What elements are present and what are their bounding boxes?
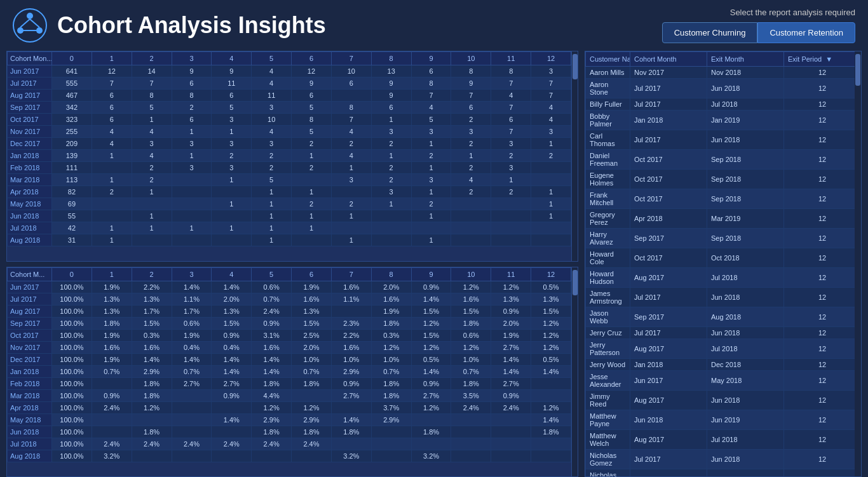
- right-cell-19-0: Matthew Payne: [586, 410, 630, 430]
- cell-9-13: [531, 389, 571, 401]
- cell-6-11: 1.0%: [451, 353, 491, 365]
- right-cell-2-1: Jul 2017: [630, 98, 707, 111]
- cell-1-2: 1.3%: [92, 293, 132, 305]
- top-table-scrollbar-thumb[interactable]: [573, 54, 578, 79]
- cell-2-5: 1.3%: [212, 305, 252, 317]
- cell-2-2: 1.3%: [92, 305, 132, 317]
- cell-2-0: Aug 2017: [8, 305, 52, 317]
- table-row: Jul 20175557761149698977: [8, 77, 571, 90]
- cell-7-0: Jan 2018: [8, 365, 52, 377]
- right-table-scrollbar[interactable]: [855, 51, 861, 476]
- cell-6-13: 1: [531, 138, 571, 150]
- table-row: Jun 201764112149941210136883: [8, 65, 571, 77]
- cell-12-5: [212, 426, 252, 438]
- right-panel: Customer NamesCohort MonthExit MonthExit…: [585, 51, 862, 477]
- table-row: Jul 201842111111: [8, 222, 571, 234]
- cell-8-4: 2.7%: [172, 377, 212, 389]
- cell-7-3: 2.9%: [132, 365, 172, 377]
- cell-3-5: 1.5%: [212, 317, 252, 329]
- right-cell-16-0: Jerry Wood: [586, 359, 630, 371]
- right-cell-8-1: Apr 2018: [630, 209, 707, 229]
- right-cell-9-2: Sep 2018: [707, 229, 784, 248]
- right-col-header-2: Exit Month: [707, 52, 784, 67]
- right-cell-0-2: Nov 2018: [707, 67, 784, 79]
- top-table: Cohort Mon...0123456789101112Jun 2017641…: [7, 51, 571, 246]
- cell-8-11: 1.8%: [451, 377, 491, 389]
- top-table-wrapper: Cohort Mon...0123456789101112Jun 2017641…: [6, 51, 578, 262]
- col-header-2: 1: [92, 267, 132, 281]
- tab-retention[interactable]: Customer Retention: [757, 22, 855, 43]
- cell-14-1: 100.0%: [52, 450, 92, 462]
- cell-7-9: 1: [371, 150, 411, 162]
- bottom-table-scrollbar[interactable]: [571, 267, 578, 477]
- cell-11-1: 100.0%: [52, 413, 92, 426]
- cell-0-8: 10: [331, 65, 371, 77]
- cell-5-0: Nov 2017: [8, 341, 52, 353]
- cell-8-9: 1.8%: [371, 377, 411, 389]
- right-cell-16-2: Dec 2018: [707, 359, 784, 371]
- cell-9-12: 0.9%: [491, 389, 531, 401]
- right-cell-16-1: Jan 2018: [630, 359, 707, 371]
- bottom-table-scrollbar-thumb[interactable]: [573, 270, 578, 295]
- cell-9-6: 5: [252, 174, 292, 186]
- right-table-scrollbar-thumb[interactable]: [855, 54, 860, 86]
- right-col-header-0: Customer Names: [586, 52, 630, 67]
- right-cell-3-3: 12: [784, 111, 861, 130]
- table-row: Apr 201882211131221: [8, 186, 571, 198]
- cell-8-8: 1: [331, 162, 371, 174]
- cell-7-7: 0.7%: [292, 365, 332, 377]
- table-row: Mar 2018100.0%0.9%1.8%0.9%4.4%2.7%1.8%2.…: [8, 389, 571, 401]
- right-cell-20-0: Matthew Welch: [586, 430, 630, 450]
- cell-12-7: 1.8%: [292, 426, 332, 438]
- cell-2-13: 7: [531, 90, 571, 102]
- right-cell-5-1: Oct 2017: [630, 150, 707, 170]
- cell-7-10: 2: [411, 150, 451, 162]
- tab-churning[interactable]: Customer Churning: [662, 22, 758, 43]
- cell-5-10: 1.2%: [411, 341, 451, 353]
- right-cell-22-1: Jul 2017: [630, 469, 707, 478]
- cell-5-3: 1.6%: [132, 341, 172, 353]
- cell-5-12: 2.7%: [491, 341, 531, 353]
- cell-5-6: 4: [252, 126, 292, 138]
- col-header-7: 6: [292, 52, 332, 65]
- right-cell-22-0: Nicholas Long: [586, 469, 630, 478]
- cell-8-8: 0.9%: [331, 377, 371, 389]
- cell-2-10: 7: [411, 90, 451, 102]
- cell-7-7: 1: [292, 150, 332, 162]
- cell-0-9: 13: [371, 65, 411, 77]
- cell-8-6: 1.8%: [252, 377, 292, 389]
- col-header-8: 7: [331, 52, 371, 65]
- table-row: Dec 2017209433332221231: [8, 138, 571, 150]
- cell-9-3: 1.8%: [132, 389, 172, 401]
- cell-10-3: 1.2%: [132, 401, 172, 413]
- right-cell-2-0: Billy Fuller: [586, 98, 630, 111]
- top-table-scrollbar[interactable]: [571, 51, 578, 261]
- cell-11-5: 1: [212, 198, 252, 210]
- cell-0-5: 1.4%: [212, 281, 252, 293]
- table-row: Mar 2018113121532341: [8, 174, 571, 186]
- cell-4-7: 8: [292, 114, 332, 126]
- cell-14-4: [172, 450, 212, 462]
- cell-14-12: [491, 234, 531, 246]
- cell-13-3: 1: [132, 222, 172, 234]
- cell-8-13: [531, 377, 571, 389]
- cell-3-4: 0.6%: [172, 317, 212, 329]
- cell-10-13: 1: [531, 186, 571, 198]
- cell-11-10: 2: [411, 198, 451, 210]
- cell-11-1: 69: [52, 198, 92, 210]
- cell-6-5: 1.4%: [212, 353, 252, 365]
- cell-6-2: 4: [92, 138, 132, 150]
- table-row: Jun 201855111111: [8, 210, 571, 222]
- right-cell-3-2: Jan 2019: [707, 111, 784, 130]
- right-table-row: Aaron StoneJul 2017Jun 201812: [586, 79, 861, 98]
- right-cell-21-0: Nicholas Gomez: [586, 450, 630, 469]
- cell-1-8: 6: [331, 77, 371, 90]
- cell-8-0: Feb 2018: [8, 377, 52, 389]
- col-header-2: 1: [92, 52, 132, 65]
- cell-11-11: [451, 413, 491, 426]
- cell-1-0: Jul 2017: [8, 77, 52, 90]
- cell-1-11: 9: [451, 77, 491, 90]
- cell-10-2: 2.4%: [92, 401, 132, 413]
- cell-4-8: 7: [331, 114, 371, 126]
- right-cell-8-0: Gregory Perez: [586, 209, 630, 229]
